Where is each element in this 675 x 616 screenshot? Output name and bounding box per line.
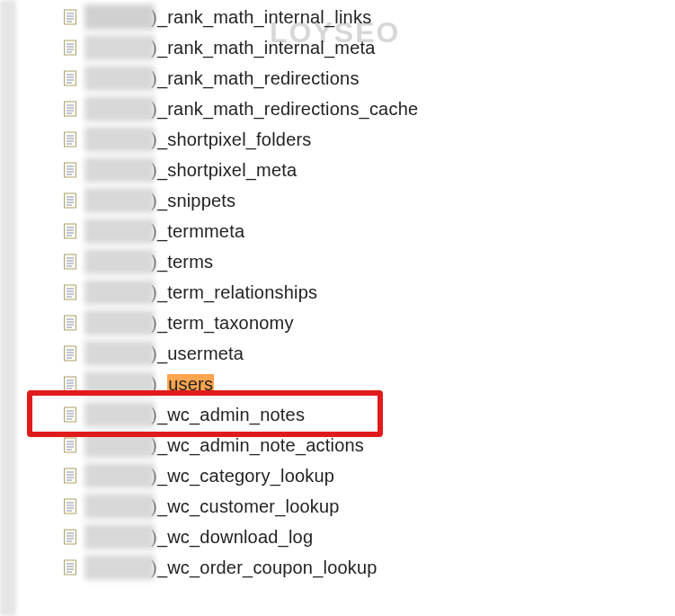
table-row[interactable]: )_wc_admin_notes: [63, 399, 675, 430]
redacted-prefix: [84, 494, 155, 519]
table-row[interactable]: )_rank_math_internal_meta: [63, 32, 675, 63]
table-icon: [63, 284, 79, 300]
table-name-text-pre: _: [157, 374, 167, 395]
db-table-list: )_rank_math_internal_links )_rank_math_i…: [0, 0, 675, 583]
table-name-label: )_termmeta: [155, 221, 244, 242]
table-name-text: _shortpixel_folders: [157, 129, 312, 150]
table-name-label: )_rank_math_internal_links: [155, 7, 371, 28]
table-name-text: _termmeta: [157, 221, 244, 242]
svg-rect-70: [65, 438, 76, 452]
svg-rect-0: [65, 10, 76, 24]
table-row[interactable]: )_snippets: [63, 185, 675, 216]
svg-rect-45: [65, 285, 76, 299]
table-name-text: _terms: [157, 252, 213, 272]
table-name-label: )_term_relationships: [155, 282, 317, 303]
svg-rect-55: [65, 346, 76, 361]
table-name-text: _wc_download_log: [157, 527, 313, 548]
table-row[interactable]: )_shortpixel_folders: [63, 124, 675, 155]
table-name-text: _rank_math_redirections: [157, 68, 360, 89]
svg-rect-25: [65, 163, 76, 177]
table-name-label: )_shortpixel_folders: [155, 129, 312, 150]
table-row[interactable]: )_term_taxonomy: [63, 308, 675, 338]
table-name-label: )_wc_customer_lookup: [155, 496, 340, 517]
table-name-text: _term_taxonomy: [157, 313, 294, 334]
table-icon: [63, 223, 79, 239]
table-icon: [63, 40, 79, 56]
table-name-text: _wc_category_lookup: [157, 466, 334, 487]
redacted-prefix: [84, 35, 155, 60]
table-row[interactable]: )_shortpixel_meta: [63, 155, 675, 185]
table-row[interactable]: )_term_relationships: [63, 277, 675, 308]
table-name-text: _rank_math_redirections_cache: [157, 99, 418, 120]
table-row[interactable]: )_wc_admin_note_actions: [63, 430, 675, 460]
table-name-label: )_snippets: [155, 191, 235, 211]
table-name-text: _shortpixel_meta: [157, 160, 298, 181]
table-name-label: )_shortpixel_meta: [155, 160, 297, 181]
redacted-prefix: [84, 402, 155, 427]
svg-rect-40: [65, 254, 76, 269]
svg-rect-20: [65, 132, 76, 147]
table-icon: [63, 345, 79, 362]
table-name-text: _snippets: [157, 191, 235, 211]
redacted-prefix: [84, 433, 155, 458]
table-icon: [63, 406, 79, 423]
table-name-label: )_wc_download_log: [155, 527, 313, 548]
table-icon: [63, 101, 79, 117]
svg-rect-35: [65, 224, 76, 238]
table-name-label: )_rank_math_redirections: [155, 68, 360, 89]
table-name-label: )_term_taxonomy: [155, 313, 294, 334]
redacted-prefix: [84, 127, 155, 152]
redacted-prefix: [84, 66, 155, 91]
redacted-prefix: [84, 555, 155, 580]
table-name-text: _usermeta: [157, 344, 244, 364]
table-icon: [63, 468, 79, 484]
table-name-label: )_wc_category_lookup: [155, 466, 334, 487]
table-row[interactable]: )_rank_math_redirections_cache: [63, 94, 675, 124]
redacted-prefix: [84, 371, 155, 397]
side-strip: [0, 0, 16, 616]
table-icon: [63, 559, 79, 576]
table-row[interactable]: )_wc_category_lookup: [63, 460, 675, 491]
table-name-text: _rank_math_internal_meta: [157, 38, 376, 58]
redacted-prefix: [84, 341, 155, 366]
table-name-label: )_rank_math_redirections_cache: [155, 99, 418, 120]
redacted-prefix: [84, 249, 155, 274]
redacted-prefix: [84, 463, 155, 488]
redacted-prefix: [84, 280, 155, 305]
table-name-label: )_terms: [155, 252, 213, 272]
table-icon: [63, 498, 79, 514]
table-name-text: _term_relationships: [157, 282, 317, 303]
table-row[interactable]: )_wc_download_log: [63, 522, 675, 552]
table-row[interactable]: )_rank_math_internal_links: [63, 2, 675, 32]
table-icon: [63, 162, 79, 178]
svg-rect-30: [65, 193, 76, 208]
table-name-label: )_usermeta: [155, 344, 244, 364]
table-row[interactable]: )_wc_customer_lookup: [63, 491, 675, 522]
table-row[interactable]: )_rank_math_redirections: [63, 63, 675, 94]
table-icon: [63, 192, 79, 209]
table-icon: [63, 315, 79, 331]
table-icon: [63, 70, 79, 86]
redacted-prefix: [84, 96, 155, 121]
table-icon: [63, 9, 79, 25]
table-icon: [63, 376, 79, 392]
table-name-label: )_users: [155, 374, 214, 395]
table-name-text: _rank_math_internal_links: [157, 7, 371, 28]
table-icon: [63, 254, 79, 270]
table-icon: [63, 529, 79, 545]
table-row[interactable]: )_terms: [63, 246, 675, 277]
table-name-text: _wc_admin_note_actions: [157, 435, 364, 456]
table-row[interactable]: )_wc_order_coupon_lookup: [63, 552, 675, 583]
table-name-text: _wc_customer_lookup: [157, 496, 340, 517]
table-name-label: )_rank_math_internal_meta: [155, 38, 376, 58]
table-row[interactable]: )_users: [63, 369, 675, 399]
svg-rect-50: [65, 316, 76, 330]
redacted-prefix: [84, 524, 155, 549]
redacted-prefix: [84, 188, 155, 213]
table-row[interactable]: )_usermeta: [63, 338, 675, 369]
table-icon: [63, 131, 79, 147]
table-icon: [63, 437, 79, 453]
table-row[interactable]: )_termmeta: [63, 216, 675, 246]
redacted-prefix: [84, 4, 155, 30]
table-name-text: _wc_order_coupon_lookup: [157, 558, 377, 578]
